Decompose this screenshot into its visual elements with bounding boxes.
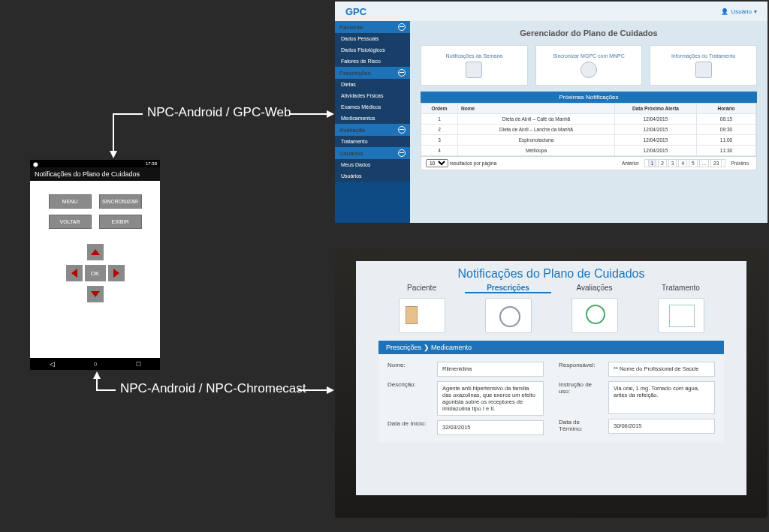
sidebar-usuarios[interactable]: Usuários (335, 147, 410, 159)
collapse-icon (398, 69, 406, 77)
card-notificacoes[interactable]: Notificações da Semana (421, 45, 528, 86)
pager-prev[interactable]: Anterior (620, 160, 641, 167)
notifications-table: Ordem Nome Data Próximo Alerta Horário 1… (421, 103, 757, 157)
sidebar-prescricoes[interactable]: Prescrições (335, 67, 410, 79)
dpad: OK (65, 242, 126, 304)
phone-frame: ⬤ 17:38 Notificações do Plano de Cuidado… (30, 160, 160, 370)
page-size-select[interactable]: 10 (426, 159, 448, 167)
table-row[interactable]: 2Dieta de Abril – Lanche da Manhã12/04/2… (421, 125, 756, 135)
user-icon: 👤 (721, 8, 728, 15)
arrow-bot-right-head (327, 386, 334, 394)
collapse-icon (398, 149, 406, 157)
cell-nome: Dieta de Abril – Lanche da Manhã (458, 125, 615, 135)
notifications-header: Próximas Notificações (421, 92, 757, 103)
breadcrumb: Prescrições ❯ Medicamento (378, 341, 724, 354)
table-row[interactable]: 1Dieta de Abril – Café da Manhã12/04/201… (421, 114, 756, 125)
sidebar-paciente[interactable]: Paciente (335, 21, 410, 33)
sidebar-avaliacao[interactable]: Avaliação (335, 124, 410, 136)
sidebar-dietas[interactable]: Dietas (335, 79, 410, 90)
back-button[interactable]: VOLTAR (49, 215, 92, 229)
th-hora: Horário (697, 104, 756, 114)
info-icon (695, 62, 712, 78)
arrow-bot-right-line (298, 389, 327, 391)
arrow-bot-left-h (96, 389, 116, 391)
card-sincronizar[interactable]: Sincronizar MGPC com MNPC (535, 45, 643, 86)
sidebar-tratamento[interactable]: Tratamento (335, 136, 410, 147)
document-icon (466, 62, 482, 78)
magnifier-icon (571, 298, 618, 333)
label-responsavel: Responsável: (559, 362, 602, 368)
cell-nome: Espironolactona (458, 135, 615, 146)
cell-nome: Metildopa (458, 146, 615, 156)
th-ordem: Ordem (421, 104, 458, 114)
table-row[interactable]: 3Espironolactona12/04/201511:00 (421, 135, 756, 146)
cell-data: 12/04/2015 (615, 125, 697, 135)
collapse-icon (398, 126, 406, 134)
tab-paciente[interactable]: Paciente (378, 284, 465, 293)
user-label: Usuário (731, 8, 752, 15)
menu-button[interactable]: MENU (49, 194, 92, 209)
web-topbar: GPC 👤 Usuário ▾ (335, 2, 767, 21)
tab-prescricoes[interactable]: Prescrições (465, 284, 551, 293)
value-responsavel: ** Nome do Profissional de Saúde (608, 362, 715, 377)
pager-page[interactable]: 1 (648, 159, 657, 167)
cell-ordem: 4 (421, 146, 458, 156)
card-informacoes[interactable]: Informações do Tratamento (650, 45, 757, 86)
phone-navbar: ◁ ○ □ (30, 358, 160, 370)
pager-page[interactable]: 4 (678, 159, 687, 167)
nav-recent-icon[interactable]: □ (137, 360, 140, 368)
page-title: Gerenciador do Plano de Cuidados (421, 29, 757, 38)
cell-ordem: 3 (421, 135, 458, 146)
tab-avaliacoes[interactable]: Avaliações (551, 284, 638, 293)
label-nome: Nome: (388, 362, 431, 368)
pager-pages: Anterior 12345...23 Próximo (619, 161, 752, 166)
status-left-icons: ⬤ (33, 161, 38, 167)
pager-page[interactable]: 5 (689, 159, 698, 167)
pager-page[interactable]: 2 (658, 159, 667, 167)
value-data-termino: 30/06/2015 (608, 419, 715, 434)
cell-ordem: 1 (421, 114, 458, 125)
show-button[interactable]: EXIBIR (99, 215, 142, 229)
status-time: 17:38 (146, 161, 157, 166)
dpad-right-button[interactable] (108, 265, 125, 281)
dpad-up-button[interactable] (87, 244, 104, 260)
sidebar-fatores[interactable]: Fatores de Risco (335, 56, 410, 67)
cell-data: 12/04/2015 (615, 114, 697, 125)
user-menu[interactable]: 👤 Usuário ▾ (721, 8, 757, 15)
sidebar-medicamentos[interactable]: Medicamentos (335, 113, 410, 124)
dpad-down-button[interactable] (87, 286, 104, 302)
tab-tratamento[interactable]: Tratamento (638, 284, 724, 293)
cell-hora: 09:30 (697, 125, 756, 135)
arrow-bot-left-v (96, 378, 98, 391)
arrow-top-right-head (327, 110, 334, 118)
dpad-left-button[interactable] (66, 265, 83, 281)
sidebar-exames[interactable]: Exames Médicos (335, 101, 410, 113)
pager-page[interactable]: 23 (710, 159, 722, 167)
arrow-top-left-head (110, 151, 117, 158)
nav-home-icon[interactable]: ○ (94, 360, 98, 368)
phone-body: MENU SINCRONIZAR VOLTAR EXIBIR OK (30, 181, 160, 358)
cell-ordem: 2 (421, 125, 458, 135)
value-instrucao: Via oral, 1 mg. Tomado com água, antes d… (608, 381, 715, 414)
label-descricao: Descrição: (388, 381, 431, 388)
pager-page[interactable]: ... (699, 159, 709, 167)
sidebar-atividades[interactable]: Atividades Físicas (335, 90, 410, 101)
web-content: Gerenciador do Plano de Cuidados Notific… (410, 21, 767, 223)
table-row[interactable]: 4Metildopa12/04/201511:30 (421, 146, 756, 156)
arrow-top-left-v (113, 113, 114, 151)
sidebar-usuarios2[interactable]: Usuários (335, 170, 410, 182)
cell-data: 12/04/2015 (615, 146, 697, 156)
sidebar-dados-pessoais[interactable]: Dados Pessoais (335, 33, 410, 44)
th-nome: Nome (458, 104, 615, 114)
nav-back-icon[interactable]: ◁ (50, 360, 55, 368)
dpad-ok-button[interactable]: OK (85, 265, 106, 281)
pager-next[interactable]: Próximo (728, 160, 751, 167)
value-nome: Rilmenidina (437, 362, 544, 377)
sidebar-meus-dados[interactable]: Meus Dados (335, 159, 410, 170)
sync-button[interactable]: SINCRONIZAR (99, 194, 142, 209)
clock-icon (485, 298, 532, 333)
label-data-termino: Data de Término: (559, 419, 602, 432)
pager-page[interactable]: 3 (668, 159, 677, 167)
arrow-top-right-line (289, 113, 327, 115)
sidebar-dados-fisio[interactable]: Dados Fisiológicos (335, 44, 410, 56)
